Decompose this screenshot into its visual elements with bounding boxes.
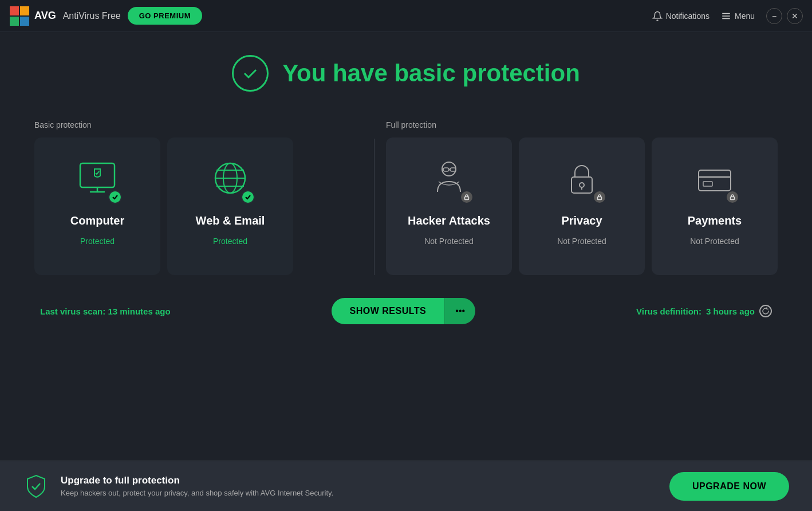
- scan-bar: Last virus scan: 13 minutes ago SHOW RES…: [34, 298, 778, 324]
- notifications-label: Notifications: [666, 11, 709, 21]
- hero-title-highlight: basic protection: [394, 60, 580, 87]
- computer-check-badge: [108, 190, 122, 204]
- avg-logo-icon: [9, 6, 30, 26]
- hacker-lock-badge: [460, 190, 474, 204]
- computer-card[interactable]: Computer Protected: [34, 137, 160, 275]
- main-content: You have basic protection Basic protecti…: [0, 32, 812, 336]
- protection-wrapper: Basic protection: [34, 120, 778, 275]
- upgrade-title: Upgrade to full protection: [61, 475, 333, 486]
- avg-logo-text: AVG: [34, 10, 56, 22]
- payments-lock-badge: [726, 190, 739, 204]
- svg-rect-22: [699, 170, 731, 191]
- window-controls: − ✕: [766, 8, 803, 24]
- upgrade-left: Upgrade to full protection Keep hackers …: [23, 473, 333, 500]
- bell-icon: [652, 11, 663, 21]
- hero-title-prefix: You have: [282, 60, 394, 87]
- menu-label: Menu: [735, 11, 755, 21]
- svg-rect-2: [10, 17, 19, 26]
- full-protection-section: Full protection: [386, 120, 778, 275]
- svg-rect-1: [20, 6, 29, 15]
- titlebar: AVG AntiVirus Free GO PREMIUM Notificati…: [0, 0, 812, 32]
- notifications-button[interactable]: Notifications: [652, 11, 709, 21]
- basic-protection-label: Basic protection: [34, 120, 362, 129]
- privacy-card[interactable]: Privacy Not Protected: [519, 137, 645, 275]
- app-subtitle: AntiVirus Free: [63, 11, 121, 21]
- section-divider: [374, 139, 375, 275]
- web-email-check-badge: [241, 190, 255, 204]
- avg-logo: AVG: [9, 6, 56, 26]
- web-email-card-status: Protected: [213, 237, 247, 246]
- svg-point-19: [580, 183, 584, 187]
- svg-rect-3: [20, 17, 29, 26]
- full-protection-label: Full protection: [386, 120, 778, 129]
- svg-rect-7: [80, 163, 115, 187]
- go-premium-button[interactable]: GO PREMIUM: [128, 7, 202, 25]
- payments-card-name: Payments: [688, 214, 742, 227]
- last-scan-info: Last virus scan: 13 minutes ago: [40, 306, 171, 316]
- last-scan-time: 13 minutes ago: [108, 306, 170, 316]
- menu-button[interactable]: Menu: [721, 11, 755, 21]
- web-email-card-name: Web & Email: [196, 214, 265, 227]
- payments-card-status: Not Protected: [690, 237, 739, 246]
- svg-rect-17: [465, 197, 469, 200]
- svg-rect-24: [703, 182, 712, 186]
- minimize-button[interactable]: −: [766, 8, 782, 24]
- web-email-icon-wrapper: [204, 154, 256, 205]
- basic-protection-section: Basic protection: [34, 120, 362, 275]
- full-protection-cards: Hacker Attacks Not Protected: [386, 137, 778, 275]
- upgrade-shield-icon: [23, 473, 49, 500]
- svg-rect-25: [731, 197, 735, 200]
- upgrade-description: Keep hackers out, protect your privacy, …: [61, 489, 333, 497]
- svg-rect-18: [571, 177, 592, 193]
- virus-def-time: 3 hours ago: [706, 306, 755, 316]
- last-scan-label: Last virus scan:: [40, 306, 108, 316]
- virus-def-label: Virus definition:: [636, 306, 701, 316]
- computer-card-status: Protected: [80, 237, 115, 246]
- menu-icon: [721, 11, 731, 21]
- virus-definition-info: Virus definition: 3 hours ago: [636, 305, 772, 317]
- payments-card[interactable]: Payments Not Protected: [652, 137, 778, 275]
- upgrade-now-button[interactable]: UPGRADE NOW: [669, 472, 789, 501]
- hero-section: You have basic protection: [34, 55, 778, 92]
- basic-protection-cards: Computer Protected: [34, 137, 362, 275]
- titlebar-right: Notifications Menu − ✕: [652, 8, 803, 24]
- upgrade-text: Upgrade to full protection Keep hackers …: [61, 475, 333, 497]
- close-button[interactable]: ✕: [787, 8, 803, 24]
- payments-icon-wrapper: [689, 154, 740, 205]
- computer-icon-wrapper: [72, 154, 123, 205]
- hacker-attacks-card-name: Hacker Attacks: [408, 214, 490, 227]
- titlebar-left: AVG AntiVirus Free GO PREMIUM: [9, 6, 202, 26]
- hero-title: You have basic protection: [282, 60, 580, 87]
- scan-more-button[interactable]: •••: [444, 298, 475, 324]
- svg-rect-21: [598, 197, 602, 200]
- svg-rect-15: [450, 168, 456, 171]
- hacker-attacks-icon-wrapper: [423, 154, 475, 205]
- web-email-card[interactable]: Web & Email Protected: [167, 137, 293, 275]
- privacy-lock-badge: [593, 190, 606, 204]
- hacker-attacks-card-status: Not Protected: [424, 237, 474, 246]
- upgrade-banner: Upgrade to full protection Keep hackers …: [0, 461, 812, 511]
- privacy-card-status: Not Protected: [557, 237, 606, 246]
- scan-buttons: SHOW RESULTS •••: [332, 298, 476, 324]
- hacker-attacks-card[interactable]: Hacker Attacks Not Protected: [386, 137, 512, 275]
- privacy-card-name: Privacy: [561, 214, 602, 227]
- hero-check-icon: [232, 55, 269, 92]
- svg-rect-14: [443, 168, 449, 171]
- refresh-button[interactable]: [759, 305, 772, 317]
- show-results-button[interactable]: SHOW RESULTS: [332, 298, 445, 324]
- svg-rect-0: [10, 6, 19, 15]
- privacy-icon-wrapper: [556, 154, 608, 205]
- computer-card-name: Computer: [70, 214, 124, 227]
